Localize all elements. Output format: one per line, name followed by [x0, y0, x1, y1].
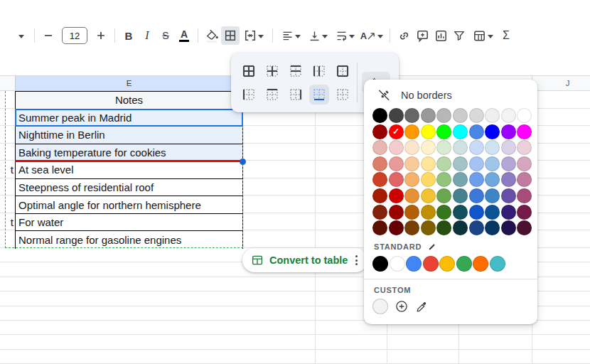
color-swatch[interactable] — [517, 108, 532, 123]
text-rotation-button[interactable]: A — [358, 26, 385, 45]
color-swatch[interactable] — [372, 220, 387, 235]
color-swatch[interactable] — [517, 220, 532, 235]
color-swatch[interactable] — [453, 108, 468, 123]
functions-button[interactable]: Σ — [497, 26, 515, 45]
color-swatch[interactable] — [389, 140, 404, 155]
color-swatch[interactable] — [421, 140, 436, 155]
color-swatch[interactable] — [469, 220, 484, 235]
color-swatch[interactable] — [453, 156, 468, 171]
standard-color-swatch[interactable] — [439, 256, 455, 272]
partial-cell-d[interactable]: t — [0, 161, 14, 178]
color-swatch[interactable] — [501, 220, 516, 235]
color-swatch[interactable] — [436, 172, 451, 187]
all-borders-option[interactable] — [239, 61, 259, 81]
eyedropper-button[interactable] — [415, 300, 429, 314]
color-swatch-selected[interactable]: ✓ — [389, 124, 404, 139]
color-swatch[interactable] — [517, 172, 532, 187]
color-swatch[interactable] — [517, 156, 532, 171]
color-swatch[interactable] — [404, 140, 419, 155]
color-swatch[interactable] — [404, 108, 419, 123]
column-header-j[interactable]: J — [532, 76, 590, 90]
color-swatch[interactable] — [485, 220, 500, 235]
color-swatch[interactable] — [436, 205, 451, 220]
color-swatch[interactable] — [517, 188, 532, 203]
color-swatch[interactable] — [421, 124, 436, 139]
color-swatch[interactable] — [501, 108, 516, 123]
color-swatch[interactable] — [453, 188, 468, 203]
pill-more-options-button[interactable] — [351, 252, 362, 268]
inner-borders-option[interactable] — [262, 61, 282, 81]
table-row[interactable]: Baking temperature for cookies — [16, 144, 242, 162]
table-row[interactable]: For water — [16, 214, 242, 232]
color-swatch[interactable] — [517, 140, 532, 155]
text-color-button[interactable]: A — [175, 26, 193, 45]
create-filter-button[interactable] — [450, 26, 468, 45]
color-swatch[interactable] — [404, 205, 419, 220]
edit-pencil-icon[interactable] — [427, 242, 437, 252]
standard-color-swatch[interactable] — [372, 256, 388, 272]
color-swatch[interactable] — [517, 205, 532, 220]
vertical-borders-option[interactable] — [309, 61, 329, 81]
standard-color-swatch[interactable] — [390, 256, 405, 272]
color-swatch[interactable] — [436, 140, 451, 155]
color-swatch[interactable] — [453, 220, 468, 235]
table-views-button[interactable] — [468, 26, 497, 45]
standard-color-swatch[interactable] — [423, 256, 439, 272]
toolbar-overflow-caret[interactable] — [11, 26, 30, 45]
color-swatch[interactable] — [389, 205, 404, 220]
color-swatch[interactable] — [485, 188, 500, 203]
color-swatch[interactable] — [501, 172, 516, 187]
color-swatch[interactable] — [436, 124, 451, 139]
color-swatch[interactable] — [469, 205, 484, 220]
color-swatch[interactable] — [372, 172, 387, 187]
color-swatch[interactable] — [453, 205, 468, 220]
horizontal-align-button[interactable] — [277, 26, 304, 45]
color-swatch[interactable] — [421, 205, 436, 220]
strikethrough-button[interactable]: S — [156, 26, 175, 45]
column-header-e[interactable]: E — [15, 76, 243, 90]
bold-button[interactable]: B — [119, 26, 138, 45]
color-swatch[interactable] — [469, 172, 484, 187]
decrease-font-button[interactable] — [39, 26, 58, 45]
color-swatch[interactable] — [453, 172, 468, 187]
fill-color-button[interactable] — [203, 26, 221, 45]
color-swatch[interactable] — [372, 156, 387, 171]
color-swatch[interactable] — [485, 205, 500, 220]
insert-chart-button[interactable] — [431, 26, 450, 45]
standard-color-swatch[interactable] — [406, 256, 422, 272]
table-row[interactable]: Optimal angle for northern hemisphere — [16, 196, 242, 214]
color-swatch[interactable] — [485, 108, 500, 123]
standard-color-swatch[interactable] — [473, 256, 488, 272]
table-header-cell[interactable]: Notes — [16, 92, 242, 109]
color-swatch[interactable] — [404, 124, 419, 139]
color-swatch[interactable] — [389, 188, 404, 203]
italic-button[interactable]: I — [138, 26, 156, 45]
color-swatch[interactable] — [372, 140, 387, 155]
color-swatch[interactable] — [436, 108, 451, 123]
color-swatch[interactable] — [453, 140, 468, 155]
horizontal-borders-option[interactable] — [286, 61, 306, 81]
color-swatch[interactable] — [372, 205, 387, 220]
partial-cell-d[interactable]: t — [0, 213, 14, 231]
vertical-align-button[interactable] — [304, 26, 331, 45]
bottom-border-option[interactable] — [309, 85, 329, 105]
color-swatch[interactable] — [372, 108, 387, 123]
merge-cells-button[interactable] — [240, 26, 268, 45]
right-border-option[interactable] — [286, 85, 306, 105]
color-swatch[interactable] — [485, 172, 500, 187]
color-swatch[interactable] — [389, 172, 404, 187]
insert-comment-button[interactable] — [413, 26, 431, 45]
outer-borders-option[interactable] — [333, 61, 353, 81]
table-row[interactable]: Nighttime in Berlin — [16, 127, 242, 144]
color-swatch[interactable] — [485, 156, 500, 171]
increase-font-button[interactable] — [92, 26, 110, 45]
color-swatch[interactable] — [485, 124, 500, 139]
color-swatch[interactable] — [501, 205, 516, 220]
font-size-input[interactable]: 12 — [62, 27, 87, 44]
color-swatch[interactable] — [436, 188, 451, 203]
color-swatch[interactable] — [469, 124, 484, 139]
add-custom-color-button[interactable] — [395, 299, 409, 314]
table-row[interactable]: Steepness of residential roof — [16, 179, 242, 197]
color-swatch[interactable] — [469, 188, 484, 203]
color-swatch[interactable] — [485, 140, 500, 155]
